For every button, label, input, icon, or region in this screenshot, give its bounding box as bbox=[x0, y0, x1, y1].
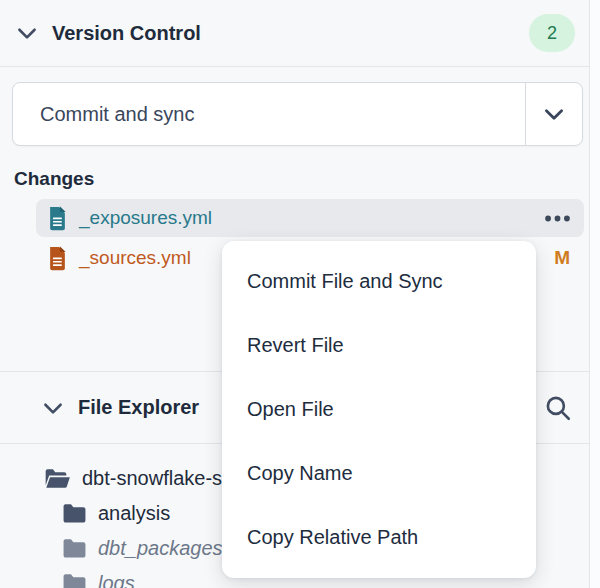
menu-item-copy-name[interactable]: Copy Name bbox=[222, 442, 536, 506]
file-actions-ellipsis-icon[interactable] bbox=[545, 215, 570, 222]
search-icon[interactable] bbox=[543, 393, 573, 423]
changed-file-name: _sources.yml bbox=[79, 247, 191, 269]
file-context-menu: Commit File and Sync Revert File Open Fi… bbox=[222, 241, 536, 578]
tree-item-dbt-packages[interactable]: dbt_packages bbox=[62, 531, 223, 565]
file-explorer-title: File Explorer bbox=[78, 396, 199, 419]
commit-dropdown-caret[interactable] bbox=[525, 83, 582, 145]
tree-item-label: dbt-snowflake-s bbox=[82, 467, 222, 490]
commit-dropdown-value: Commit and sync bbox=[13, 83, 525, 145]
tree-item-label: analysis bbox=[98, 502, 170, 525]
chevron-down-icon[interactable] bbox=[14, 20, 40, 46]
folder-icon bbox=[62, 573, 87, 588]
tree-item-logs[interactable]: logs bbox=[62, 566, 135, 588]
tree-item-label: logs bbox=[98, 572, 135, 588]
chevron-down-icon[interactable] bbox=[40, 395, 66, 421]
yml-file-icon bbox=[47, 245, 68, 271]
tree-item-project-root[interactable]: dbt-snowflake-s bbox=[44, 461, 222, 495]
version-control-panel: Version Control 2 Commit and sync Change… bbox=[0, 0, 590, 588]
changed-file-name: _exposures.yml bbox=[79, 207, 212, 229]
commit-dropdown[interactable]: Commit and sync bbox=[12, 82, 583, 146]
tree-item-analysis[interactable]: analysis bbox=[62, 496, 170, 530]
chevron-down-icon bbox=[541, 101, 567, 127]
menu-item-open-file[interactable]: Open File bbox=[222, 377, 536, 441]
modified-status-badge: M bbox=[554, 247, 570, 269]
version-control-header: Version Control 2 bbox=[0, 0, 589, 67]
folder-icon bbox=[62, 538, 87, 559]
menu-item-commit-file-and-sync[interactable]: Commit File and Sync bbox=[222, 249, 536, 313]
folder-open-icon bbox=[44, 468, 71, 489]
changes-section-label: Changes bbox=[14, 168, 94, 190]
changed-file-row-exposures[interactable]: _exposures.yml bbox=[36, 199, 584, 237]
version-control-title: Version Control bbox=[52, 22, 201, 45]
folder-icon bbox=[62, 503, 87, 524]
yml-file-icon bbox=[47, 205, 68, 231]
changes-count-badge: 2 bbox=[529, 14, 575, 52]
tree-item-label: dbt_packages bbox=[98, 537, 223, 560]
menu-item-copy-relative-path[interactable]: Copy Relative Path bbox=[222, 506, 536, 570]
menu-item-revert-file[interactable]: Revert File bbox=[222, 313, 536, 377]
